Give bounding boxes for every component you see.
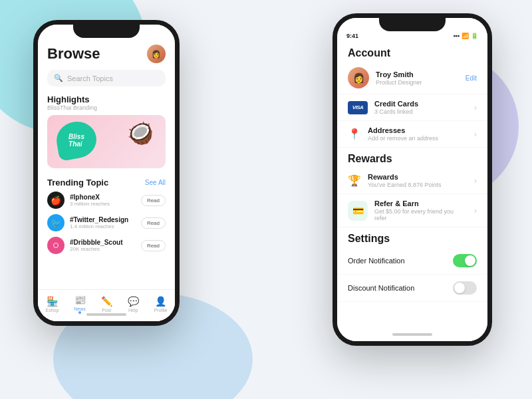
nav-item-post[interactable]: ✏️ Post	[101, 296, 112, 313]
refer-icon: 💳	[348, 201, 368, 221]
topic-reaches-twitter: 1.4 million reaches	[70, 223, 136, 229]
read-button-twitter[interactable]: Read	[141, 217, 166, 229]
help-icon: 💬	[128, 296, 139, 307]
topic-name-iphonex: #IphoneX	[70, 194, 136, 201]
status-time: 9:41	[346, 33, 358, 39]
browse-header: Browse 👩	[38, 39, 175, 66]
settings-section-title: Settings	[337, 227, 487, 247]
signal-icon: ▪▪▪	[453, 33, 460, 39]
status-icons: ▪▪▪ 📶 🔋	[453, 33, 478, 39]
rewards-sub: You've Earned 8,876 Points	[368, 182, 467, 188]
trophy-icon: 🏆	[348, 174, 361, 187]
see-all-link[interactable]: See All	[145, 179, 166, 186]
chevron-icon-addresses: ›	[474, 130, 477, 139]
order-notification-label: Order Notification	[348, 257, 405, 265]
visa-icon: VISA	[348, 101, 368, 114]
settings-phone: 9:41 ▪▪▪ 📶 🔋 Account 👩 Troy Smith Produc…	[332, 13, 492, 346]
topic-reaches-dribbble: 20K reaches	[70, 246, 136, 252]
browse-avatar[interactable]: 👩	[147, 45, 166, 63]
nav-label-news: News	[74, 307, 86, 311]
profile-icon: 👤	[155, 296, 166, 307]
bottom-nav: 🏪 Eshop 📰 News ✏️ Post 💬 Help 👤	[38, 289, 175, 321]
topic-info-twitter: #Twitter_Redesign 1.4 million reaches	[70, 216, 136, 229]
trending-section: Trending Topic See All 🍎 #IphoneX 3 mill…	[38, 175, 175, 262]
edit-link[interactable]: Edit	[466, 74, 477, 82]
topic-item-iphonex: 🍎 #IphoneX 3 million reaches Read	[47, 192, 166, 209]
credit-cards-sub: 3 Cards linked	[374, 108, 467, 115]
user-info: Troy Smith Product Designer	[376, 70, 459, 86]
topic-icon-apple: 🍎	[47, 192, 65, 209]
credit-cards-item[interactable]: VISA Credit Cards 3 Cards linked ›	[337, 94, 487, 121]
chevron-icon-refer: ›	[474, 206, 477, 215]
read-button-iphonex[interactable]: Read	[141, 195, 166, 206]
nav-label-profile: Profile	[154, 308, 168, 313]
discount-notification-row: Discount Notification	[337, 275, 487, 302]
post-icon: ✏️	[101, 296, 112, 307]
coconut-icon: 🥥	[127, 120, 154, 146]
nav-item-profile[interactable]: 👤 Profile	[154, 296, 168, 313]
nav-label-eshop: Eshop	[45, 308, 59, 313]
order-notification-row: Order Notification	[337, 247, 487, 275]
highlights-sublabel: BlissThai Branding	[47, 104, 166, 111]
rewards-item[interactable]: 🏆 Rewards You've Earned 8,876 Points ›	[337, 168, 487, 194]
read-button-dribbble[interactable]: Read	[141, 240, 166, 251]
wifi-icon: 📶	[462, 33, 469, 39]
topic-item-dribbble: #Dribbble_Scout 20K reaches Read	[47, 237, 166, 254]
user-avatar: 👩	[348, 67, 369, 88]
phone-notch-left	[73, 25, 140, 38]
topic-info-dribbble: #Dribbble_Scout 20K reaches	[70, 239, 136, 252]
user-profile-item[interactable]: 👩 Troy Smith Product Designer Edit	[337, 62, 487, 94]
nav-active-indicator	[78, 311, 81, 314]
chevron-icon-rewards: ›	[474, 176, 477, 186]
trending-header: Trending Topic See All	[47, 178, 166, 188]
highlights-label: Highlights	[47, 94, 166, 104]
topic-reaches-iphonex: 3 million reaches	[70, 201, 136, 207]
refer-item[interactable]: 💳 Refer & Earn Get $5.00 for every frien…	[337, 194, 487, 227]
order-notification-toggle[interactable]	[453, 254, 477, 267]
account-section-title: Account	[337, 42, 487, 62]
topic-info-iphonex: #IphoneX 3 million reaches	[70, 194, 136, 207]
rewards-section-title: Rewards	[337, 148, 487, 168]
rewards-title: Rewards	[368, 173, 467, 181]
topic-icon-twitter: 🐦	[47, 214, 65, 231]
nav-item-news[interactable]: 📰 News	[74, 295, 86, 314]
phone-handle-right	[392, 333, 432, 336]
phone-frame-right: 9:41 ▪▪▪ 📶 🔋 Account 👩 Troy Smith Produc…	[332, 13, 492, 346]
toggle-knob-discount	[454, 283, 465, 293]
addresses-info: Addresses Add or remove an address	[368, 126, 467, 142]
topic-name-twitter: #Twitter_Redesign	[70, 216, 136, 223]
topic-icon-dribbble	[47, 237, 65, 254]
toggle-knob-order	[465, 255, 475, 266]
battery-icon: 🔋	[471, 33, 478, 39]
refer-sub: Get $5.00 for every friend you refer	[374, 208, 467, 221]
rewards-info: Rewards You've Earned 8,876 Points	[368, 173, 467, 188]
news-icon: 📰	[74, 295, 86, 305]
search-bar[interactable]: 🔍 Search Topics	[47, 70, 166, 86]
user-name: Troy Smith	[376, 70, 459, 78]
addresses-sub: Add or remove an address	[368, 135, 467, 142]
status-bar: 9:41 ▪▪▪ 📶 🔋	[337, 31, 487, 42]
highlights-card-logo: BlissThai	[54, 118, 100, 162]
settings-screen: 9:41 ▪▪▪ 📶 🔋 Account 👩 Troy Smith Produc…	[337, 18, 487, 341]
topic-name-dribbble: #Dribbble_Scout	[70, 239, 136, 246]
nav-item-help[interactable]: 💬 Help	[128, 296, 139, 313]
browse-phone: Browse 👩 🔍 Search Topics Highlights Blis…	[33, 20, 180, 326]
addresses-item[interactable]: 📍 Addresses Add or remove an address ›	[337, 121, 487, 148]
search-placeholder-text: Search Topics	[67, 74, 113, 82]
phone-notch-right	[379, 18, 446, 31]
highlights-brand-text: BlissThai	[68, 133, 84, 148]
phone-frame-left: Browse 👩 🔍 Search Topics Highlights Blis…	[33, 20, 180, 326]
highlights-section: Highlights BlissThai Branding BlissThai …	[38, 90, 175, 175]
discount-notification-toggle[interactable]	[453, 281, 477, 295]
credit-cards-info: Credit Cards 3 Cards linked	[374, 100, 467, 115]
settings-scroll[interactable]: Account 👩 Troy Smith Product Designer Ed…	[337, 42, 487, 334]
credit-cards-title: Credit Cards	[374, 100, 467, 108]
refer-info: Refer & Earn Get $5.00 for every friend …	[374, 200, 467, 221]
eshop-icon: 🏪	[47, 296, 58, 307]
highlights-card[interactable]: BlissThai 🥥	[47, 115, 166, 168]
user-role: Product Designer	[376, 79, 459, 86]
discount-notification-label: Discount Notification	[348, 284, 414, 292]
chevron-icon-cards: ›	[474, 103, 477, 112]
nav-item-eshop[interactable]: 🏪 Eshop	[45, 296, 59, 313]
address-icon: 📍	[348, 128, 361, 140]
